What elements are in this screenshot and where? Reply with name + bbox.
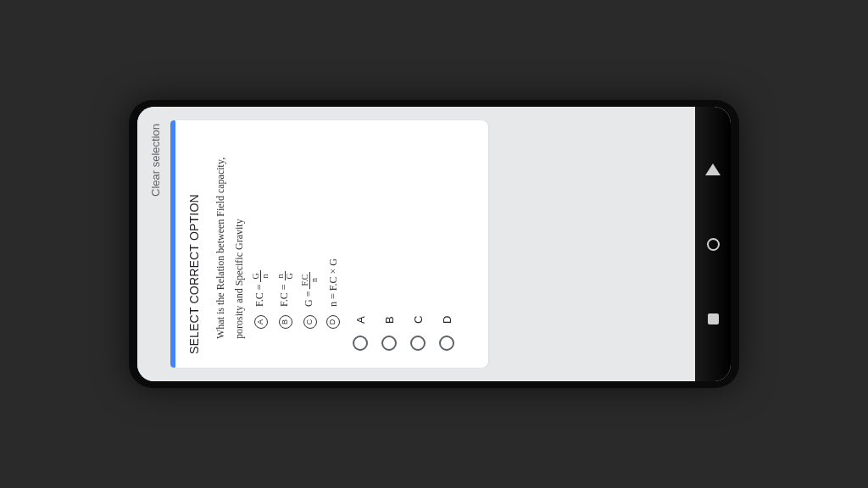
written-option-c-label: C	[303, 315, 317, 329]
written-option-a-label: A	[254, 315, 268, 329]
answer-option-a-label: A	[354, 316, 367, 324]
handwritten-options: A F.C = G n B	[252, 134, 341, 339]
phone-frame: Clear selection SELECT CORRECT OPTION Wh…	[129, 100, 739, 388]
written-option-d-formula: n = F.C × G	[326, 258, 341, 307]
fraction: G n	[252, 270, 270, 281]
fraction: n G	[276, 270, 294, 281]
fraction-den: n	[310, 275, 319, 285]
answer-option-c[interactable]: C	[410, 134, 426, 351]
answer-radio-group: A B C D	[353, 134, 454, 354]
answer-option-c-label: C	[412, 316, 425, 324]
written-option-d: D n = F.C × G	[326, 134, 341, 329]
answer-option-d-label: D	[441, 316, 453, 324]
answer-option-b[interactable]: B	[381, 134, 397, 351]
card-accent-bar	[170, 120, 175, 368]
written-option-b-label: B	[279, 315, 292, 329]
back-icon[interactable]	[705, 164, 721, 175]
android-nav-bar	[695, 107, 731, 381]
handwritten-question: What is the Relation between Field capac…	[213, 134, 341, 354]
content-area: Clear selection SELECT CORRECT OPTION Wh…	[137, 107, 695, 381]
formula-prefix: G =	[303, 291, 314, 307]
fraction-den: n	[261, 271, 270, 280]
question-line-2: porosity and Specific Gravity	[231, 134, 247, 339]
home-icon[interactable]	[707, 238, 720, 251]
written-option-a-formula: F.C = G n	[252, 270, 270, 307]
recent-apps-icon[interactable]	[708, 313, 719, 324]
written-option-b-formula: F.C = n G	[276, 270, 294, 307]
screen: Clear selection SELECT CORRECT OPTION Wh…	[137, 107, 731, 381]
answer-option-d[interactable]: D	[439, 134, 454, 351]
fraction: F.C n	[301, 272, 319, 289]
written-option-d-label: D	[326, 315, 340, 329]
radio-icon[interactable]	[410, 336, 426, 351]
radio-icon[interactable]	[381, 336, 397, 351]
written-option-a: A F.C = G n	[252, 134, 270, 329]
written-option-c: C G = F.C n	[301, 134, 319, 329]
fraction-den: G	[286, 270, 294, 281]
clear-selection-link[interactable]: Clear selection	[146, 120, 170, 368]
written-option-c-formula: G = F.C n	[301, 272, 319, 307]
radio-icon[interactable]	[353, 336, 368, 351]
answer-option-b-label: B	[383, 316, 396, 324]
formula-prefix: F.C =	[253, 285, 265, 307]
question-line-1: What is the Relation between Field capac…	[213, 134, 228, 339]
written-option-b: B F.C = n G	[276, 134, 294, 329]
question-card: SELECT CORRECT OPTION What is the Relati…	[170, 120, 488, 368]
answer-option-a[interactable]: A	[353, 134, 368, 351]
card-title: SELECT CORRECT OPTION	[187, 134, 201, 354]
radio-icon[interactable]	[439, 336, 454, 351]
formula-prefix: F.C =	[278, 285, 290, 307]
